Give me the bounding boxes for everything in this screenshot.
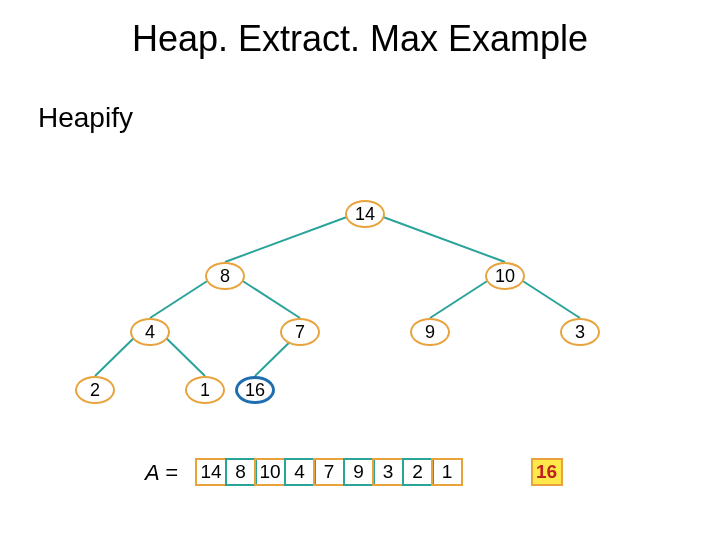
array-cell: 9 [343,458,375,486]
array-label: A = [145,460,178,486]
svg-line-2 [150,276,215,318]
tree-node-root: 14 [345,200,385,228]
tree-node: 7 [280,318,320,346]
array-cell-extracted: 16 [531,458,563,486]
tree-node-highlight: 16 [235,376,275,404]
array-cell: 14 [195,458,227,486]
tree-node: 4 [130,318,170,346]
svg-line-4 [430,276,495,318]
heap-tree: 14 8 10 4 7 9 3 2 1 16 [0,170,720,430]
heap-array: 14 8 10 4 7 9 3 2 1 16 [195,458,560,486]
array-cell: 1 [431,458,463,486]
svg-line-5 [515,276,580,318]
tree-node: 1 [185,376,225,404]
svg-line-3 [235,276,300,318]
array-cell: 2 [402,458,434,486]
array-cell: 4 [284,458,316,486]
tree-node: 8 [205,262,245,290]
tree-node: 9 [410,318,450,346]
array-cell: 10 [254,458,286,486]
tree-node: 3 [560,318,600,346]
tree-node: 10 [485,262,525,290]
svg-line-0 [225,214,355,262]
array-cell: 8 [225,458,257,486]
svg-line-1 [375,214,505,262]
array-gap [461,458,531,486]
subtitle: Heapify [38,102,133,134]
array-cell: 7 [313,458,345,486]
array-cell: 3 [372,458,404,486]
page-title: Heap. Extract. Max Example [0,18,720,60]
tree-node: 2 [75,376,115,404]
